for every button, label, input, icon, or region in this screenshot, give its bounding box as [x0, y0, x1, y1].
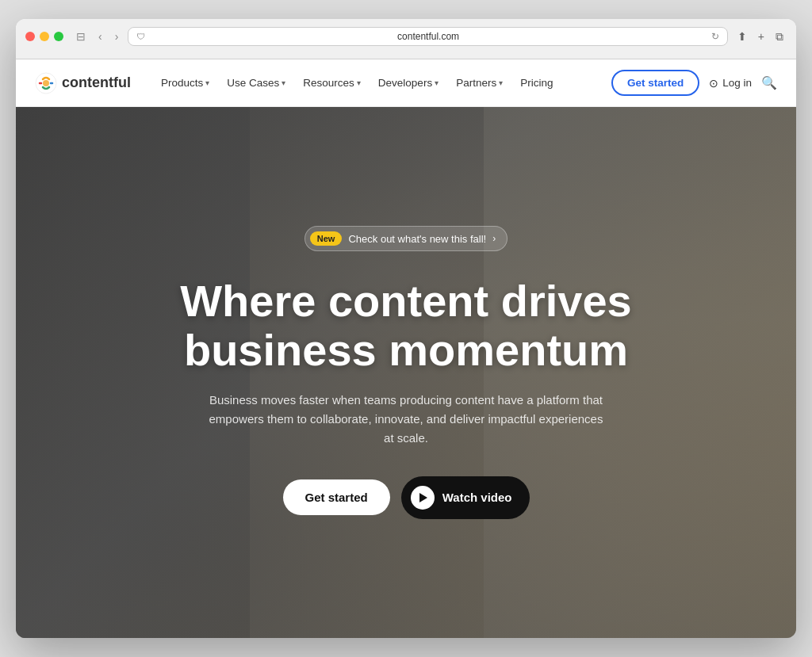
forward-button[interactable]: › — [112, 29, 122, 44]
play-circle — [411, 486, 435, 510]
minimize-button[interactable] — [40, 32, 49, 41]
share-button[interactable]: ⬆ — [734, 29, 750, 44]
chrome-right-buttons: ⬆ + ⧉ — [734, 29, 787, 45]
back-button[interactable]: ‹ — [95, 29, 105, 44]
nav-item-use-cases[interactable]: Use Cases ▾ — [219, 71, 293, 95]
chevron-down-icon: ▾ — [357, 78, 361, 87]
nav-login-button[interactable]: ⊙ Log in — [709, 77, 752, 90]
nav-item-products[interactable]: Products ▾ — [153, 71, 217, 95]
nav-item-developers[interactable]: Developers ▾ — [370, 71, 446, 95]
reload-icon: ↻ — [711, 31, 719, 42]
nav-right: Get started ⊙ Log in 🔍 — [611, 70, 777, 96]
contentful-logo-icon — [35, 72, 57, 94]
chevron-down-icon: ▾ — [435, 78, 439, 87]
nav-items: Products ▾ Use Cases ▾ Resources ▾ Devel… — [153, 71, 611, 95]
security-icon: 🛡 — [136, 32, 145, 41]
address-bar-container: 🛡 contentful.com ↻ — [128, 27, 727, 46]
play-icon — [419, 493, 427, 502]
windows-button[interactable]: ⧉ — [772, 29, 787, 45]
address-bar[interactable]: 🛡 contentful.com ↻ — [128, 27, 727, 46]
browser-chrome: ⊟ ‹ › 🛡 contentful.com ↻ ⬆ + ⧉ — [16, 19, 796, 59]
browser-window: ⊟ ‹ › 🛡 contentful.com ↻ ⬆ + ⧉ — [16, 19, 796, 638]
fullscreen-button[interactable] — [54, 32, 63, 41]
badge-arrow-icon: › — [492, 233, 496, 244]
logo-text: contentful — [62, 74, 131, 91]
nav-item-pricing[interactable]: Pricing — [512, 71, 561, 95]
badge-text: Check out what's new this fall! — [348, 233, 486, 245]
hero-watch-video-button[interactable]: Watch video — [401, 476, 530, 519]
hero-cta-buttons: Get started Watch video — [180, 476, 631, 519]
hero-content: New Check out what's new this fall! › Wh… — [164, 226, 647, 518]
login-icon: ⊙ — [709, 77, 718, 90]
nav-get-started-button[interactable]: Get started — [611, 70, 699, 96]
nav-item-partners[interactable]: Partners ▾ — [448, 71, 511, 95]
hero-get-started-button[interactable]: Get started — [283, 479, 390, 515]
search-button[interactable]: 🔍 — [761, 75, 777, 90]
hero-title: Where content drives business momentum — [180, 277, 631, 374]
sidebar-toggle-button[interactable]: ⊟ — [73, 29, 89, 44]
chevron-down-icon: ▾ — [205, 78, 209, 87]
traffic-lights — [25, 32, 63, 41]
badge-new-label: New — [310, 231, 343, 246]
nav-item-resources[interactable]: Resources ▾ — [295, 71, 369, 95]
hero-section: New Check out what's new this fall! › Wh… — [16, 107, 796, 638]
hero-subtitle: Business moves faster when teams produci… — [208, 391, 604, 448]
chevron-down-icon: ▾ — [282, 78, 285, 87]
logo[interactable]: contentful — [35, 72, 131, 94]
new-tab-button[interactable]: + — [755, 29, 768, 44]
svg-point-1 — [43, 80, 49, 86]
site-content: contentful Products ▾ Use Cases ▾ Resour… — [16, 59, 796, 638]
hero-badge[interactable]: New Check out what's new this fall! › — [304, 226, 508, 251]
url-text: contentful.com — [150, 31, 706, 42]
site-nav: contentful Products ▾ Use Cases ▾ Resour… — [16, 59, 796, 107]
close-button[interactable] — [25, 32, 35, 41]
chevron-down-icon: ▾ — [499, 78, 503, 87]
